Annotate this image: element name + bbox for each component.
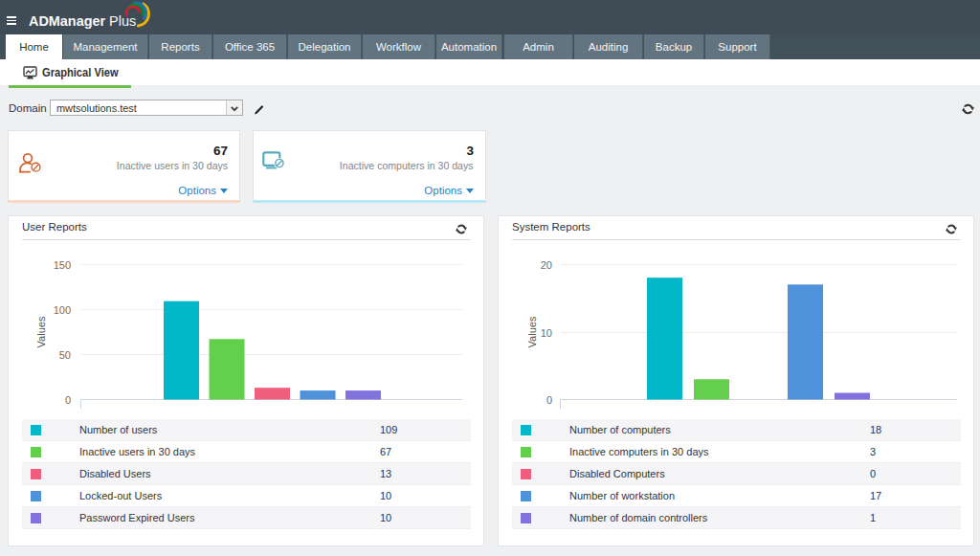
svg-text:0: 0 xyxy=(65,394,71,406)
svg-text:Values: Values xyxy=(526,316,538,347)
svg-text:100: 100 xyxy=(54,304,71,316)
svg-text:150: 150 xyxy=(54,259,71,271)
svg-text:20: 20 xyxy=(541,259,552,271)
svg-text:0: 0 xyxy=(546,394,552,406)
svg-text:Values: Values xyxy=(35,316,47,347)
svg-text:10: 10 xyxy=(541,327,552,339)
svg-text:50: 50 xyxy=(59,349,71,361)
